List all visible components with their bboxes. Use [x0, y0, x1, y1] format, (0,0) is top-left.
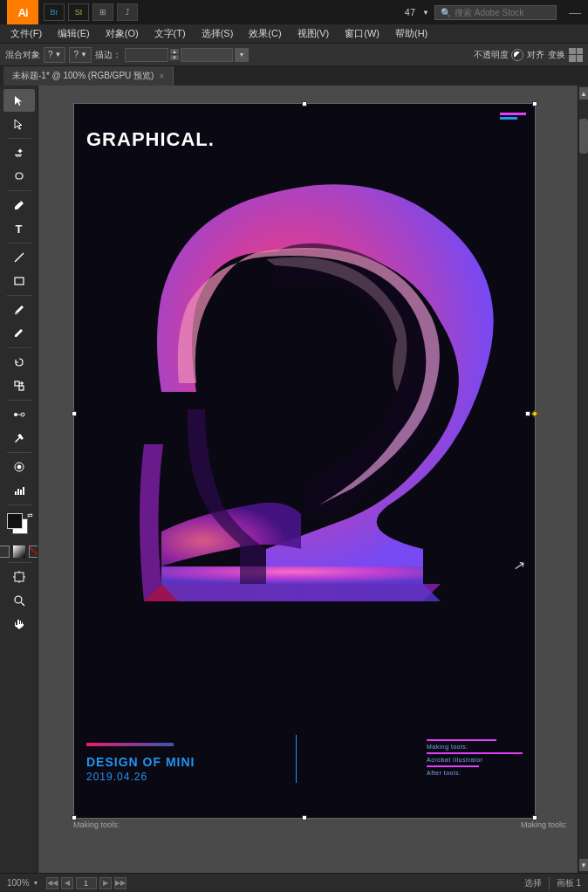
making-tools-right-label: Making tools: — [521, 820, 567, 829]
br-icon[interactable]: Br — [44, 3, 65, 21]
zoom-dropdown-icon[interactable]: ▼ — [33, 880, 39, 886]
nav-next-button[interactable]: ▶ — [99, 877, 112, 889]
options-bar: 混合对象 ?▼ ?▼ 描边： ▲ ▼ ▼ 不透明度 对齐 变换 — [0, 44, 588, 66]
menu-select[interactable]: 选择(S) — [195, 25, 241, 42]
tool-separator-3 — [7, 243, 31, 244]
dropdown-1[interactable]: ?▼ — [44, 47, 65, 63]
stroke-swatch[interactable] — [181, 48, 233, 62]
zoom-value: 47 — [405, 7, 415, 17]
scale-tool[interactable] — [3, 374, 35, 397]
arrow-icon[interactable]: ⤴ — [117, 3, 138, 21]
artboard-tool[interactable] — [3, 566, 35, 588]
lasso-tool[interactable] — [3, 165, 35, 188]
st-icon[interactable]: St — [68, 3, 89, 21]
stroke-dropdown[interactable]: ▼ — [235, 48, 249, 62]
rotate-tool[interactable] — [3, 351, 35, 374]
left-toolbar: T — [0, 86, 38, 873]
menu-view[interactable]: 视图(V) — [291, 25, 337, 42]
menu-object[interactable]: 对象(O) — [99, 25, 146, 42]
paintbrush-tool[interactable] — [3, 298, 35, 321]
title-center: 47 ▼ — [405, 7, 429, 17]
fg-color-box[interactable] — [7, 513, 23, 529]
menu-help[interactable]: 帮助(H) — [388, 25, 434, 42]
ai-logo: Ai — [7, 0, 38, 24]
type-tool[interactable]: T — [3, 217, 35, 240]
dropdown-2[interactable]: ?▼ — [69, 47, 91, 63]
menu-effect[interactable]: 效果(C) — [242, 25, 288, 42]
sel-handle-right[interactable] — [525, 411, 537, 416]
canvas-area[interactable]: GRAPHICAL. — [38, 86, 578, 873]
svg-rect-4 — [15, 381, 19, 386]
artboard-bottom: DESIGN OF MINI 2019.04.26 Making tools: … — [86, 743, 523, 783]
right-bar-1 — [427, 739, 496, 741]
hand-tool[interactable] — [3, 613, 35, 635]
artboard: GRAPHICAL. — [73, 103, 536, 819]
scroll-thumb[interactable] — [579, 119, 588, 154]
none-icon[interactable] — [29, 545, 39, 558]
symbol-tool[interactable] — [3, 456, 35, 478]
none-fill-icon[interactable] — [0, 545, 10, 558]
grid-icon[interactable] — [569, 48, 583, 62]
search-input[interactable] — [455, 8, 542, 17]
artboard-label: 画板 1 — [557, 877, 581, 889]
color-stack[interactable]: ⇄ — [5, 511, 33, 539]
menu-edit[interactable]: 编辑(E) — [51, 25, 97, 42]
stroke-value[interactable] — [125, 48, 168, 62]
menu-window[interactable]: 窗口(W) — [338, 25, 386, 42]
layout-icon[interactable]: ⊞ — [92, 3, 113, 21]
tool-separator-7 — [7, 452, 31, 453]
sel-handle-bottom-center[interactable] — [302, 815, 307, 820]
svg-line-1 — [15, 253, 24, 262]
mix-label: 混合对象 — [5, 49, 40, 61]
pencil-tool[interactable] — [3, 322, 35, 345]
magic-wand-tool[interactable] — [3, 141, 35, 164]
pen-tool[interactable] — [3, 194, 35, 216]
tool-separator-5 — [7, 347, 31, 348]
scroll-up-button[interactable]: ▲ — [579, 87, 588, 99]
tool-separator-6 — [7, 400, 31, 401]
title-bar: Ai Br St ⊞ ⤴ 47 ▼ 🔍 — — [0, 0, 588, 24]
close-button[interactable]: — — [569, 5, 581, 19]
search-box[interactable]: 🔍 — [434, 5, 557, 20]
document-tab[interactable]: 未标题-1* @ 100% (RGB/GPU 预览) × — [3, 66, 174, 86]
nav-prev-button[interactable]: ◀ — [61, 877, 73, 889]
graph-tool[interactable] — [3, 479, 35, 502]
scroll-track[interactable] — [578, 171, 588, 857]
color-bar — [86, 743, 174, 746]
nav-first-button[interactable]: ◀◀ — [46, 877, 58, 889]
nav-last-button[interactable]: ▶▶ — [114, 877, 126, 889]
svg-rect-5 — [19, 386, 24, 390]
page-number-input[interactable] — [76, 877, 97, 889]
sel-handle-left[interactable] — [72, 411, 77, 416]
zoom-dropdown-icon[interactable]: ▼ — [422, 9, 429, 17]
direct-select-tool[interactable] — [3, 113, 35, 135]
making-tools-left-label: Making tools: — [73, 820, 120, 829]
eyedropper-tool[interactable] — [3, 427, 35, 449]
vertical-divider — [296, 735, 297, 783]
tab-close-button[interactable]: × — [159, 72, 164, 81]
blend-tool[interactable] — [3, 403, 35, 426]
line-tool[interactable] — [3, 246, 35, 269]
tab-bar: 未标题-1* @ 100% (RGB/GPU 预览) × — [0, 66, 588, 86]
gradient-icon[interactable] — [13, 545, 25, 558]
artboard-title: GRAPHICAL. — [86, 128, 215, 151]
select-tool[interactable] — [3, 89, 35, 112]
tool-separator-9 — [7, 562, 31, 563]
zoom-tool[interactable] — [3, 589, 35, 612]
svg-point-12 — [17, 465, 21, 469]
menu-file[interactable]: 文件(F) — [3, 25, 49, 42]
right-scrollbar[interactable]: ▲ ▼ — [578, 86, 588, 873]
opacity-icon[interactable] — [511, 49, 523, 61]
svg-line-23 — [21, 603, 24, 607]
tool-separator-1 — [7, 138, 31, 139]
sel-handle-top-right[interactable] — [532, 101, 537, 106]
stroke-label: 描边： — [95, 49, 121, 61]
top-right-accent — [500, 113, 526, 120]
sel-handle-top[interactable] — [302, 101, 307, 106]
rectangle-tool[interactable] — [3, 270, 35, 292]
swap-colors-icon[interactable]: ⇄ — [27, 511, 33, 519]
menu-type[interactable]: 文字(T) — [147, 25, 193, 42]
stroke-stepper[interactable]: ▲ ▼ — [170, 49, 179, 60]
scroll-down-button[interactable]: ▼ — [579, 859, 588, 871]
zoom-percentage: 100% — [7, 878, 30, 888]
